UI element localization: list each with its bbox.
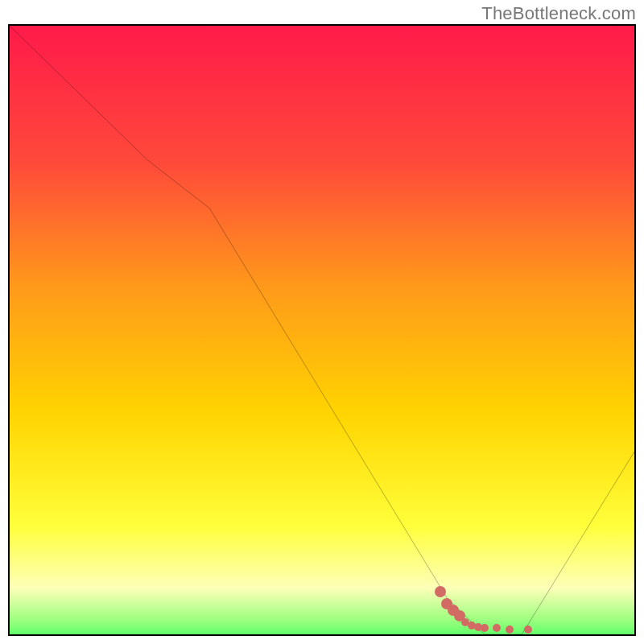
marker-dot: [481, 624, 489, 632]
marker-cluster: [10, 26, 634, 634]
marker-dot: [506, 625, 514, 634]
chart-area: [8, 24, 636, 636]
marker-dot: [524, 625, 532, 634]
watermark-text: TheBottleneck.com: [481, 3, 636, 24]
marker-dot: [435, 586, 446, 597]
marker-dot: [493, 624, 501, 632]
